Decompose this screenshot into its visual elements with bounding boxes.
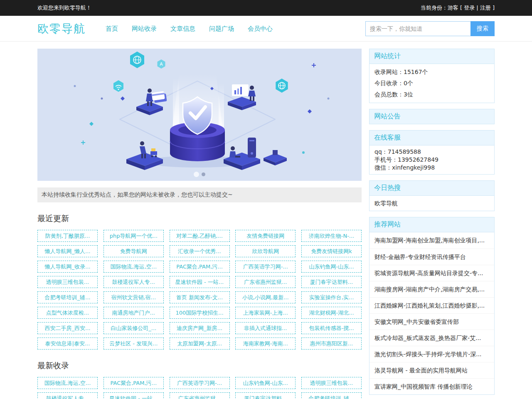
site-link[interactable]: 云梦社区 - 发现兴... <box>103 337 164 350</box>
site-link[interactable]: 免费导航网 <box>103 245 164 257</box>
customer-service-box: 在线客服 qq：714589588 手机号：13952627849 微信：xin… <box>369 130 495 175</box>
site-link[interactable]: 厦门春宇达塑料... <box>301 276 362 288</box>
site-link[interactable]: 合肥考研培训_辅... <box>301 392 362 399</box>
submit-notice: 本站持续收集行业优秀站点，如果您的网站未被收录，您也可以主动提交~ <box>37 187 362 202</box>
stats-row-today: 今日收录：0个 <box>374 78 489 89</box>
site-link[interactable]: 迪庆房产网_新房... <box>170 322 230 334</box>
recommend-item[interactable]: 海南加盟网-海南创业加盟,海南创业项目,... <box>369 232 494 249</box>
carousel-dot[interactable] <box>202 172 205 176</box>
site-link[interactable]: php导航网一个优... <box>103 230 164 242</box>
stats-row-members: 会员总数：3位 <box>374 89 489 100</box>
nav-item-articles[interactable]: 文章信息 <box>170 25 195 33</box>
site-link[interactable]: 100国际学校招生... <box>170 307 230 319</box>
recommend-item[interactable]: 激光切割头-焊接头-手持焊-光学镜片-深... <box>369 346 494 362</box>
site-link[interactable]: 湖北财税网-湖北... <box>301 307 362 319</box>
stats-row-sites: 收录网站：15167个 <box>374 66 489 78</box>
hot-search-item[interactable]: 欧零导航 <box>374 198 489 208</box>
recent-updates-title: 最近更新 <box>37 213 362 224</box>
nav-item-site-index[interactable]: 网站收录 <box>132 25 157 33</box>
site-link[interactable]: 鼓楼退役军人专... <box>37 392 98 399</box>
site-link[interactable]: 海南家教网-海南... <box>235 337 296 350</box>
site-link[interactable]: 山东钓鱼网-山东... <box>235 377 296 389</box>
site-link[interactable]: 欣欣导航网 <box>235 245 296 257</box>
site-link[interactable]: 太原加盟网-太原... <box>170 337 230 350</box>
welcome-text: 欢迎您来到欧零导航！ <box>37 4 91 12</box>
site-link[interactable]: 友情免费链接网 <box>235 230 296 242</box>
site-link[interactable]: 星速软件园 - 一站... <box>103 392 164 399</box>
svg-text:A: A <box>160 62 163 66</box>
site-link[interactable]: 透明膜三维包装... <box>37 276 98 288</box>
recommend-item[interactable]: 宣讲家网_中国视频智库 传播创新理论 <box>369 378 494 394</box>
site-link[interactable]: PAC聚合,PAM,污... <box>170 261 230 273</box>
recent-updates-grid: 防黄剂,丁酰肼原... php导航网一个优... 对苯二酚,乙醇钠,... 友情… <box>37 230 362 350</box>
site-link[interactable]: 点型气体浓度检... <box>37 307 98 319</box>
site-link[interactable]: 透明膜三维包装... <box>301 377 362 389</box>
recommend-box: 推荐网站 海南加盟网-海南创业加盟,海南创业项目,... 财经-金融界-专业财经… <box>369 217 495 395</box>
register-link[interactable]: 注册 <box>480 5 491 11</box>
site-link[interactable]: 上海家装网-上海... <box>235 307 296 319</box>
recommend-item[interactable]: 江西婚嫁网-江西婚礼策划,江西婚纱摄影,... <box>369 297 494 313</box>
identity-bar: 当前身份：游客 [ 登录 | 注册 ] <box>421 4 495 12</box>
site-link[interactable]: 实验室操作台,实... <box>301 291 362 303</box>
site-link[interactable]: 宿州软文营销,宿... <box>103 291 164 303</box>
site-link[interactable]: 惠州市惠阳区新... <box>301 337 362 350</box>
recommend-item[interactable]: 驼城资源导航网-高质量网站目录提交-专... <box>369 265 494 281</box>
stats-box: 网站统计 收录网站：15167个 今日收录：0个 会员总数：3位 <box>369 49 495 103</box>
service-phone: 手机号：13952627849 <box>374 156 489 164</box>
site-link[interactable]: 免费友情链接网k <box>301 245 362 257</box>
nav-item-home[interactable]: 首页 <box>106 25 118 33</box>
identity-divider: | <box>475 5 480 11</box>
site-header: 欧零导航 首页 网站收录 文章信息 问题广场 会员中心 搜索 <box>0 16 532 42</box>
identity-text: 当前身份：游客 [ <box>421 5 464 11</box>
site-logo[interactable]: 欧零导航 <box>37 21 86 36</box>
site-link[interactable]: 对苯二酚,乙醇钠,... <box>170 230 230 242</box>
site-link[interactable]: 小说,小说网,最新... <box>235 291 296 303</box>
announcement-title: 网站公告 <box>369 109 494 124</box>
site-link[interactable]: 汇收录一个优秀... <box>170 245 230 257</box>
recommend-title: 推荐网站 <box>369 217 494 232</box>
site-link[interactable]: 鼓楼退役军人专... <box>103 276 164 288</box>
site-link[interactable]: 济南欣烨生物-N-... <box>301 230 362 242</box>
search-button[interactable]: 搜索 <box>470 21 495 36</box>
site-link[interactable]: 懒人导航网_收录... <box>37 261 98 273</box>
stats-title: 网站统计 <box>369 49 494 64</box>
site-link[interactable]: 厦门春宇达塑料... <box>235 392 296 399</box>
service-qq: qq：714589588 <box>374 148 489 156</box>
carousel-dot-active[interactable] <box>194 172 199 177</box>
site-link[interactable]: PAC聚合,PAM,污... <box>103 377 164 389</box>
login-link[interactable]: 登录 <box>464 5 475 11</box>
recommend-item[interactable]: 财经-金融界-专业财经资讯传播平台 <box>369 249 494 265</box>
announcement-box: 网站公告 <box>369 109 495 124</box>
site-link[interactable]: 南通房地产门户... <box>103 307 164 319</box>
site-link[interactable]: 首页 新闻发布-文... <box>170 291 230 303</box>
site-link[interactable]: 广西英语学习网-... <box>170 377 230 389</box>
search-input[interactable] <box>365 21 470 36</box>
recommend-item[interactable]: 板式冷却器_板式蒸发器_换热器厂家-艾... <box>369 330 494 346</box>
site-link[interactable]: 懒人导航网_懒人... <box>37 245 98 257</box>
site-link[interactable]: 包装机传感器-搅... <box>301 322 362 334</box>
recommend-item[interactable]: 安徽文明网_中共安徽省委宣传部 <box>369 313 494 330</box>
recommend-item[interactable]: 洛灵导航网 - 最全面的实用导航网站 <box>369 362 494 378</box>
site-link[interactable]: 防黄剂,丁酰肼原... <box>37 230 98 242</box>
recommend-item[interactable]: 湖南搜房网-湖南房产中介,湖南房产交易,... <box>369 281 494 297</box>
carousel-dots <box>194 172 205 177</box>
site-link[interactable]: 非插入式通球指... <box>235 322 296 334</box>
site-link[interactable]: 广东省惠州监狱... <box>235 276 296 288</box>
site-link[interactable]: 西安二手房_西安... <box>37 322 98 334</box>
site-link[interactable]: 合肥考研培训_辅... <box>37 291 98 303</box>
nav-item-qa[interactable]: 问题广场 <box>209 25 234 33</box>
site-link[interactable]: 白山家装修公司_... <box>103 322 164 334</box>
site-link[interactable]: 国际物流,海运,空... <box>37 377 98 389</box>
site-link[interactable]: 山东钓鱼网-山东... <box>301 261 362 273</box>
site-link[interactable]: 广东省惠州监狱... <box>170 392 230 399</box>
site-link[interactable]: 广西英语学习网-... <box>235 261 296 273</box>
site-link[interactable]: 星速软件园 - 一站... <box>170 276 230 288</box>
site-link[interactable]: 泰安信息港|泰安... <box>37 337 98 350</box>
identity-bracket: ] <box>491 5 495 11</box>
search-bar: 搜索 <box>365 21 495 36</box>
recommend-list: 海南加盟网-海南创业加盟,海南创业项目,... 财经-金融界-专业财经资讯传播平… <box>369 232 494 394</box>
site-link[interactable]: 国际物流,海运,空... <box>103 261 164 273</box>
hot-search-title: 今日热搜 <box>369 181 494 195</box>
customer-service-title: 在线客服 <box>369 131 494 145</box>
nav-item-member[interactable]: 会员中心 <box>248 25 273 33</box>
